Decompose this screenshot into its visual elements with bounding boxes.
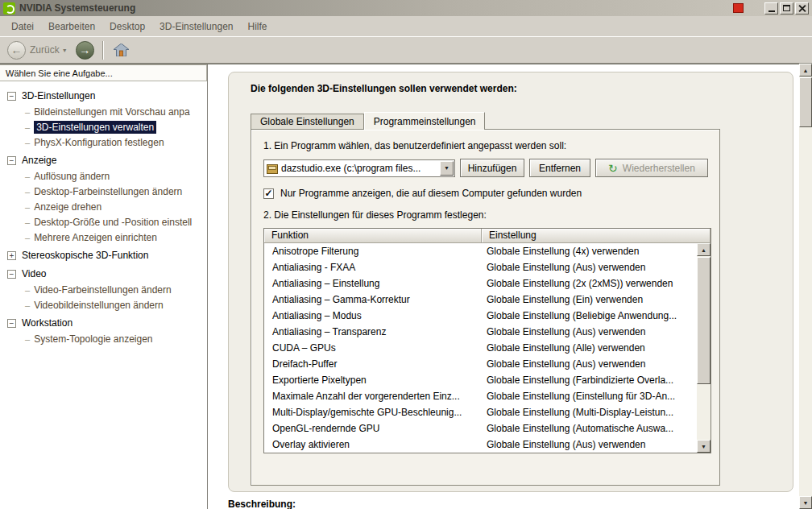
setting-row[interactable]: Antialiasing – EinstellungGlobale Einste… xyxy=(264,275,697,292)
menu-hilfe[interactable]: Hilfe xyxy=(240,19,274,35)
settings-table-header: Funktion Einstellung xyxy=(264,229,710,243)
content-scrollbar[interactable]: ▲ ▼ xyxy=(799,64,812,509)
window-title: NVIDIA Systemsteuerung xyxy=(19,2,733,14)
task-link-label: Desktop-Farbeinstellungen ändern xyxy=(34,186,182,197)
chevron-down-icon[interactable]: ▼ xyxy=(62,48,68,53)
scrollbar-thumb[interactable] xyxy=(799,77,812,127)
setting-row[interactable]: OpenGL-rendernde GPUGlobale Einstellung … xyxy=(264,420,697,437)
setting-row[interactable]: Antialiasing – ModusGlobale Einstellung … xyxy=(264,308,697,324)
check-icon: ✓ xyxy=(264,188,272,198)
tree-connector: – xyxy=(25,122,30,132)
task-link-label: Desktop-Größe und -Position einstell xyxy=(34,217,192,228)
setting-value: Globale Einstellung (4x) verwenden xyxy=(482,243,697,259)
setting-name: Antialiasing - FXAA xyxy=(264,259,482,275)
scrollbar-thumb[interactable] xyxy=(697,257,710,384)
red-indicator-icon xyxy=(733,3,744,13)
add-button[interactable]: Hinzufügen xyxy=(460,159,524,177)
setting-value: Globale Einstellung (Beliebige Anwendung… xyxy=(482,308,697,324)
task-link-label: Mehrere Anzeigen einrichten xyxy=(34,232,157,243)
minimize-button[interactable] xyxy=(764,2,778,14)
tab-programmeinstellungen[interactable]: Programmeinstellungen xyxy=(364,112,486,130)
setting-value: Globale Einstellung (Aus) verwenden xyxy=(482,259,697,275)
tree-node-stereoskopische-3d-funktion[interactable]: +Stereoskopische 3D-Funktion xyxy=(6,247,207,263)
menu-3d-einstellungen[interactable]: 3D-Einstellungen xyxy=(152,19,240,35)
combobox-dropdown-button[interactable]: ▼ xyxy=(440,161,454,176)
back-button[interactable]: ← xyxy=(7,41,26,60)
close-icon xyxy=(798,5,806,12)
setting-row[interactable]: Maximale Anzahl der vorgerenderten Einz.… xyxy=(264,388,697,404)
tree-node-label: Anzeige xyxy=(22,155,56,166)
task-link-aufl-sung-ndern[interactable]: –Auflösung ändern xyxy=(6,168,207,184)
tree-node-video[interactable]: −Video xyxy=(6,266,207,282)
menu-bearbeiten[interactable]: Bearbeiten xyxy=(41,19,102,35)
show-programs-checkbox[interactable]: ✓ xyxy=(263,188,274,199)
tree-node-label: Workstation xyxy=(22,317,72,329)
scroll-up-button[interactable]: ▲ xyxy=(799,64,812,77)
tree-connector: – xyxy=(25,138,30,147)
setting-row[interactable]: Antialiasing – Gamma-KorrekturGlobale Ei… xyxy=(264,292,697,308)
remove-button[interactable]: Entfernen xyxy=(529,159,590,177)
tree-node-workstation[interactable]: −Workstation xyxy=(6,315,207,331)
home-button[interactable] xyxy=(111,39,132,60)
task-link-bildeinstellungen-mit-vorschau-anpa[interactable]: –Bildeinstellungen mit Vorschau anpa xyxy=(6,104,207,119)
tree-node-3d-einstellungen[interactable]: −3D-Einstellungen xyxy=(6,88,207,104)
tree-connector: – xyxy=(25,233,30,242)
task-link-mehrere-anzeigen-einrichten[interactable]: –Mehrere Anzeigen einrichten xyxy=(6,230,207,245)
back-label: Zurück xyxy=(30,44,60,56)
program-combobox[interactable]: dazstudio.exe (c:\program files... ▼ xyxy=(263,159,455,177)
collapse-icon[interactable]: − xyxy=(7,319,16,328)
step2-label: 2. Die Einstellungen für dieses Programm… xyxy=(263,209,719,221)
menu-datei[interactable]: Datei xyxy=(4,19,41,35)
setting-value: Globale Einstellung (2x (2xMS)) verwende… xyxy=(482,275,697,292)
main-content: Die folgenden 3D-Einstellungen sollen ve… xyxy=(209,64,799,509)
setting-row[interactable]: Antialiasing - FXAAGlobale Einstellung (… xyxy=(264,259,697,275)
description-label: Beschreibung: xyxy=(228,499,296,509)
expand-icon[interactable]: + xyxy=(7,251,16,260)
collapse-icon[interactable]: − xyxy=(7,92,16,101)
scroll-down-button[interactable]: ▼ xyxy=(697,440,710,453)
collapse-icon[interactable]: − xyxy=(7,156,16,165)
tab-globale-einstellungen[interactable]: Globale Einstellungen xyxy=(251,114,364,129)
setting-name: Anisotrope Filterung xyxy=(264,243,482,259)
tree-connector: – xyxy=(25,285,30,295)
setting-value: Globale Einstellung (Automatische Auswa.… xyxy=(482,420,697,437)
task-link-anzeige-drehen[interactable]: –Anzeige drehen xyxy=(6,199,207,214)
column-header-einstellung[interactable]: Einstellung xyxy=(482,229,710,243)
task-link-videobildeinstellungen-ndern[interactable]: –Videobildeinstellungen ändern xyxy=(6,297,207,312)
scroll-up-icon: ▲ xyxy=(803,68,809,73)
scroll-down-icon: ▼ xyxy=(701,444,706,449)
setting-value: Globale Einstellung (Multi-Display-Leist… xyxy=(482,404,697,420)
setting-value: Globale Einstellung (Aus) verwenden xyxy=(482,437,697,453)
setting-name: OpenGL-rendernde GPU xyxy=(264,420,482,437)
forward-button[interactable]: → xyxy=(76,41,94,60)
tree-node-anzeige[interactable]: −Anzeige xyxy=(6,152,207,168)
menu-desktop[interactable]: Desktop xyxy=(102,19,152,35)
setting-row[interactable]: Anisotrope FilterungGlobale Einstellung … xyxy=(264,243,697,259)
setting-row[interactable]: CUDA – GPUsGlobale Einstellung (Alle) ve… xyxy=(264,340,697,356)
setting-row[interactable]: Overlay aktivierenGlobale Einstellung (A… xyxy=(264,437,697,453)
task-link-system-topologie-anzeigen[interactable]: –System-Topologie anzeigen xyxy=(6,331,207,346)
window-titlebar: NVIDIA Systemsteuerung xyxy=(0,0,812,16)
task-link-desktop-gr-e-und-position-einstell[interactable]: –Desktop-Größe und -Position einstell xyxy=(6,214,207,230)
setting-row[interactable]: Dreifach-PufferGlobale Einstellung (Aus)… xyxy=(264,356,697,372)
restore-button[interactable]: ↻ Wiederherstellen xyxy=(595,159,708,177)
scroll-down-button[interactable]: ▼ xyxy=(799,496,812,509)
setting-value: Globale Einstellung (Einstellung für 3D-… xyxy=(482,388,697,404)
setting-row[interactable]: Exportierte PixeltypenGlobale Einstellun… xyxy=(264,372,697,388)
task-link-physx-konfiguration-festlegen[interactable]: –PhysX-Konfiguration festlegen xyxy=(6,134,207,150)
setting-row[interactable]: Antialiasing – TransparenzGlobale Einste… xyxy=(264,324,697,340)
tree-connector: – xyxy=(25,334,30,344)
column-header-funktion[interactable]: Funktion xyxy=(264,229,482,243)
task-tree: −3D-Einstellungen–Bildeinstellungen mit … xyxy=(0,81,207,346)
scroll-up-button[interactable]: ▲ xyxy=(697,243,710,256)
maximize-button[interactable] xyxy=(780,2,793,14)
task-link-video-farbeinstellungen-ndern[interactable]: –Video-Farbeinstellungen ändern xyxy=(6,282,207,297)
setting-row[interactable]: Multi-Display/gemischte GPU-Beschleunig.… xyxy=(264,404,697,420)
task-link-3d-einstellungen-verwalten[interactable]: –3D-Einstellungen verwalten xyxy=(6,119,207,134)
collapse-icon[interactable]: − xyxy=(7,270,16,279)
task-link-desktop-farbeinstellungen-ndern[interactable]: –Desktop-Farbeinstellungen ändern xyxy=(6,184,207,199)
setting-name: Antialiasing – Gamma-Korrektur xyxy=(264,292,482,308)
table-scrollbar[interactable]: ▲ ▼ xyxy=(697,243,710,453)
close-button[interactable] xyxy=(795,2,809,14)
tree-node-label: Stereoskopische 3D-Funktion xyxy=(22,250,148,261)
